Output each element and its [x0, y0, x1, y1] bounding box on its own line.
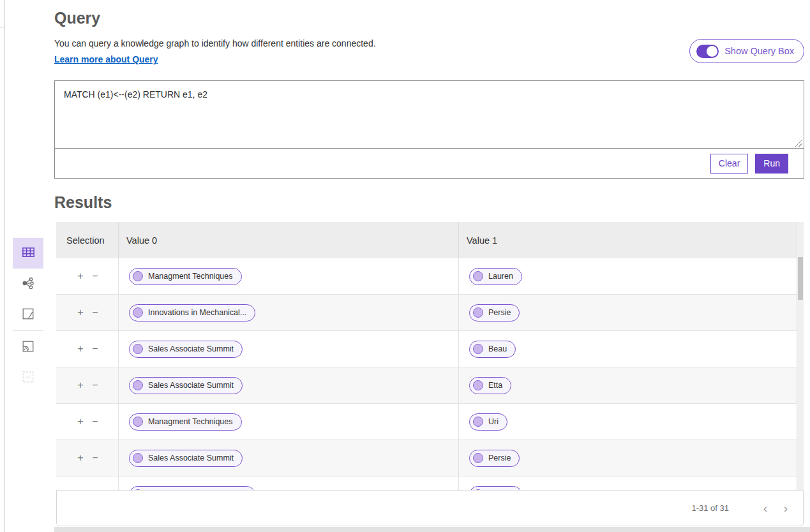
entity-pill[interactable]: Managment Techniques [129, 413, 242, 431]
table-row: + − Managment Techniques Uri [56, 404, 804, 440]
entity-label: Managment Techniques [148, 417, 233, 426]
remove-from-selection-button[interactable]: − [89, 306, 101, 320]
entity-node-icon [473, 380, 483, 390]
query-editor-panel: MATCH (e1)<--(e2) RETURN e1, e2 Clear Ru… [54, 80, 804, 179]
table-row: + − Innovations in Mechanical... Persie [56, 295, 804, 331]
map-view-button[interactable] [13, 299, 43, 330]
value0-cell: Sales Associate Summit [118, 440, 458, 476]
entity-label: Etta [488, 381, 502, 390]
table-view-button[interactable] [13, 238, 43, 269]
selection-cell: + − [56, 367, 118, 403]
remove-from-selection-button[interactable]: − [89, 269, 101, 283]
add-to-map-button[interactable] [13, 332, 43, 362]
entity-node-icon [133, 453, 143, 463]
table-body: + − Managment Techniques Lauren + − Inno… [56, 258, 804, 490]
entity-pill[interactable]: Managment Techniques [129, 268, 242, 285]
table-row: + − Innovations in Mechanical... Lauren [56, 477, 804, 490]
bottom-divider [54, 527, 810, 532]
entity-pill[interactable]: Uri [469, 413, 507, 431]
entity-node-icon [473, 417, 483, 427]
entity-pill[interactable]: Sales Associate Summit [129, 450, 243, 467]
entity-pill[interactable]: Sales Associate Summit [129, 377, 243, 394]
entity-label: Beau [488, 344, 507, 353]
remove-from-selection-button[interactable]: − [89, 451, 101, 465]
value0-cell: Managment Techniques [118, 258, 458, 294]
learn-more-link[interactable]: Learn more about Query [54, 54, 158, 64]
remove-from-selection-button[interactable]: − [89, 342, 101, 356]
panel-divider [4, 0, 5, 532]
value1-cell: Etta [458, 367, 804, 403]
entity-label: Managment Techniques [148, 272, 233, 281]
run-button[interactable]: Run [755, 154, 788, 174]
link-chart-view-icon [21, 276, 35, 292]
selection-cell: + − [56, 404, 118, 440]
add-to-selection-button[interactable]: + [75, 342, 86, 356]
add-to-link-chart-icon [21, 370, 35, 386]
next-page-button[interactable]: › [779, 501, 793, 516]
value0-cell: Managment Techniques [118, 404, 458, 440]
entity-label: Sales Associate Summit [148, 344, 234, 353]
entity-pill[interactable]: Beau [469, 341, 516, 358]
value0-cell: Innovations in Mechanical... [118, 295, 458, 330]
column-header-selection: Selection [56, 222, 118, 258]
entity-label: Persie [488, 454, 511, 462]
scrollbar-thumb[interactable] [798, 257, 803, 300]
map-view-icon [21, 307, 35, 323]
show-query-box-toggle[interactable]: Show Query Box [689, 39, 804, 63]
query-input[interactable]: MATCH (e1)<--(e2) RETURN e1, e2 [55, 81, 804, 149]
value0-cell: Sales Associate Summit [118, 367, 458, 403]
selection-cell: + − [56, 295, 118, 330]
toggle-on-icon [696, 45, 719, 58]
entity-pill[interactable]: Persie [469, 304, 520, 321]
entity-node-icon [473, 271, 483, 281]
value1-cell: Lauren [458, 258, 804, 294]
entity-pill[interactable]: Persie [469, 450, 520, 467]
entity-pill[interactable]: Etta [469, 377, 511, 394]
panel-divider-tick [0, 27, 5, 27]
entity-node-icon [473, 344, 483, 354]
add-to-selection-button[interactable]: + [75, 378, 86, 392]
prev-page-button[interactable]: ‹ [758, 501, 772, 516]
entity-node-icon [133, 307, 143, 318]
add-to-link-chart-button [13, 362, 43, 393]
value1-cell: Persie [458, 440, 804, 476]
entity-label: Uri [488, 417, 499, 426]
table-view-icon [21, 245, 36, 262]
toggle-label: Show Query Box [724, 46, 794, 56]
remove-from-selection-button[interactable]: − [89, 378, 101, 392]
entity-label: Lauren [488, 272, 513, 281]
remove-from-selection-button[interactable]: − [89, 415, 101, 429]
entity-pill[interactable]: Innovations in Mechanical... [129, 304, 255, 321]
entity-label: Persie [488, 308, 511, 317]
add-to-selection-button[interactable]: + [75, 269, 86, 283]
selection-cell: + − [56, 440, 118, 476]
entity-label: Sales Associate Summit [148, 381, 234, 390]
table-header: Selection Value 0 Value 1 [56, 222, 804, 258]
selection-cell: + − [56, 331, 118, 367]
table-scrollbar[interactable] [797, 222, 804, 490]
link-chart-view-button[interactable] [13, 269, 43, 299]
entity-label: Sales Associate Summit [148, 454, 234, 462]
entity-node-icon [133, 380, 143, 390]
value0-cell: Sales Associate Summit [118, 331, 458, 367]
query-actions-bar: Clear Run [55, 149, 804, 178]
query-page: Query You can query a knowledge graph to… [0, 0, 810, 532]
value1-cell: Uri [458, 404, 804, 440]
selection-cell: + − [56, 258, 118, 294]
value1-cell: Beau [458, 331, 804, 367]
entity-node-icon [133, 417, 143, 427]
table-row: + − Sales Associate Summit Beau [56, 331, 804, 367]
entity-pill[interactable]: Sales Associate Summit [129, 341, 243, 358]
add-to-selection-button[interactable]: + [75, 415, 86, 429]
add-to-selection-button[interactable]: + [75, 451, 86, 465]
add-to-selection-button[interactable]: + [75, 306, 86, 320]
clear-button[interactable]: Clear [710, 154, 748, 174]
table-row: + − Managment Techniques Lauren [56, 258, 804, 295]
table-row: + − Sales Associate Summit Persie [56, 440, 804, 477]
column-header-value1: Value 1 [458, 222, 804, 258]
entity-pill[interactable]: Lauren [469, 268, 522, 285]
results-title: Results [54, 193, 112, 212]
table-row: + − Sales Associate Summit Etta [56, 367, 804, 404]
page-title: Query [54, 9, 100, 27]
value1-cell: Persie [458, 295, 804, 330]
